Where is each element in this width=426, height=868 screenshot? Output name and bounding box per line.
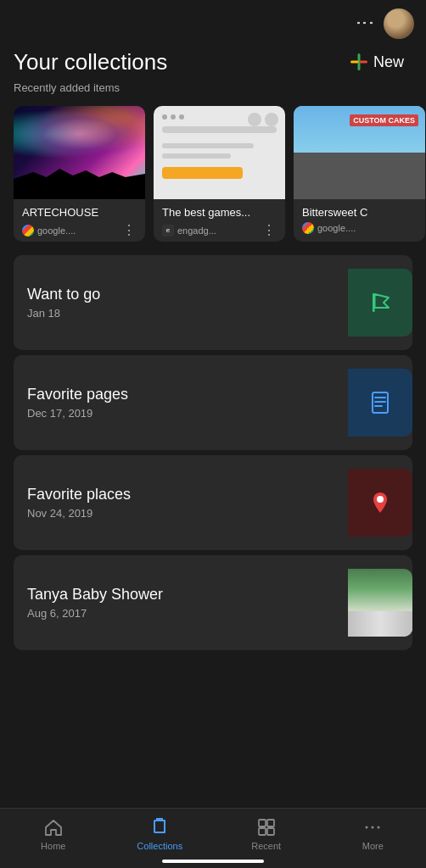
card-bittersweet[interactable]: CUSTOM CAKES Bittersweet C google.... [294, 106, 425, 242]
page-header: Your collections New [0, 44, 426, 80]
svg-rect-1 [350, 61, 359, 64]
collection-icon-favorite-places [348, 469, 412, 537]
card-title-artechouse: ARTECHOUSE [22, 206, 137, 219]
collection-name: Favorite places [27, 486, 348, 504]
svg-rect-9 [154, 821, 165, 832]
collection-date: Aug 6, 2017 [27, 607, 348, 620]
nav-label-collections: Collections [137, 841, 182, 851]
bottom-indicator [162, 860, 264, 863]
svg-point-15 [372, 826, 374, 829]
svg-point-14 [366, 826, 368, 829]
new-label: New [373, 53, 404, 71]
collection-name: Want to go [27, 286, 348, 303]
browser-dot [162, 114, 167, 120]
collection-list: Want to go Jan 18 Favorite pages Dec 17,… [0, 242, 426, 650]
card-dots-artechouse[interactable]: ⋮ [122, 222, 137, 238]
google-icon [22, 225, 34, 236]
collection-date: Jan 18 [27, 307, 348, 320]
collection-name: Favorite pages [27, 386, 348, 403]
corner-icon [265, 113, 278, 126]
collection-item-want-to-go[interactable]: Want to go Jan 18 [14, 255, 412, 350]
home-icon [43, 817, 64, 837]
svg-rect-2 [359, 61, 367, 64]
collection-name: Tanya Baby Shower [27, 586, 348, 604]
card-title-engadget: The best games... [162, 206, 277, 219]
svg-rect-10 [259, 820, 266, 826]
subtitle: Recently added items [0, 80, 426, 106]
google-icon [302, 222, 314, 234]
bottom-nav: Home Collections Recent More [0, 808, 426, 868]
recent-icon [256, 817, 277, 837]
card-artechouse[interactable]: ARTECHOUSE google.... ⋮ [14, 106, 145, 242]
engadget-icon: e [162, 225, 174, 236]
nav-item-home[interactable]: Home [28, 817, 79, 851]
collection-date: Dec 17, 2019 [27, 407, 348, 420]
corner-icon [248, 113, 261, 126]
browser-line [162, 153, 231, 159]
browser-button [162, 167, 243, 179]
browser-line [162, 143, 254, 148]
collection-date: Nov 24, 2019 [27, 507, 348, 520]
collection-icon-favorite-pages [348, 369, 412, 437]
cards-row: ARTECHOUSE google.... ⋮ [0, 106, 426, 242]
collection-item-favorite-pages[interactable]: Favorite pages Dec 17, 2019 [14, 355, 412, 450]
browser-bar [162, 126, 277, 133]
more-icon [362, 817, 383, 837]
card-source-bittersweet: google.... [302, 222, 356, 234]
nav-item-more[interactable]: More [347, 817, 398, 851]
card-source-engadget: e engadg... [162, 225, 216, 236]
collection-icon-want-to-go [348, 269, 412, 337]
svg-point-16 [378, 826, 380, 829]
svg-rect-13 [267, 828, 274, 835]
plus-icon [350, 53, 368, 71]
card-source-artechouse: google.... [22, 225, 76, 236]
svg-rect-12 [259, 828, 266, 835]
nav-label-recent: Recent [251, 841, 281, 851]
nav-item-collections[interactable]: Collections [134, 817, 185, 851]
avatar[interactable] [384, 8, 414, 39]
new-button[interactable]: New [341, 47, 412, 76]
more-options-button[interactable]: ⋮ [354, 14, 376, 34]
card-engadget[interactable]: The best games... e engadg... ⋮ [154, 106, 285, 242]
card-title-bittersweet: Bittersweet C [302, 206, 417, 219]
browser-dot [179, 114, 184, 120]
page-title: Your collections [14, 49, 167, 75]
browser-dot [171, 114, 176, 120]
pin-icon [367, 489, 394, 516]
top-bar: ⋮ [0, 0, 426, 44]
nav-item-recent[interactable]: Recent [241, 817, 292, 851]
nav-label-home: Home [41, 841, 65, 851]
collection-photo-tanya [348, 569, 412, 637]
collection-item-tanya-baby-shower[interactable]: Tanya Baby Shower Aug 6, 2017 [14, 555, 412, 650]
svg-rect-11 [267, 820, 274, 826]
card-dots-engadget[interactable]: ⋮ [262, 222, 277, 238]
document-icon [367, 389, 394, 416]
collections-icon [149, 817, 170, 837]
collection-item-favorite-places[interactable]: Favorite places Nov 24, 2019 [14, 455, 412, 550]
svg-point-8 [377, 496, 384, 503]
nav-label-more: More [362, 841, 384, 851]
flag-icon [367, 289, 394, 316]
